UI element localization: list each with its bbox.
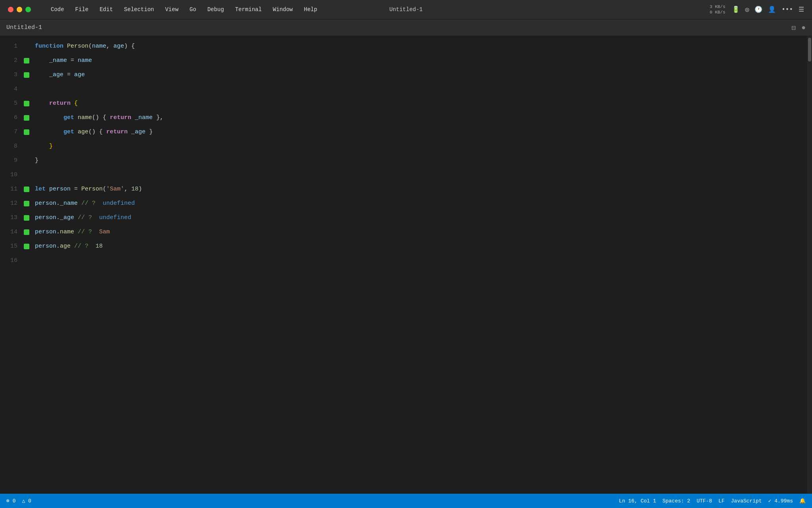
line-number-13: 13 [0,211,24,225]
menu-terminal[interactable]: Terminal [234,6,263,13]
code-line-10: 10 [0,168,807,182]
scrollbar-thumb[interactable] [808,38,811,62]
statusbar-left: ⊗ 0 △ 0 [6,498,31,504]
code-content-5: return { [33,96,807,111]
titlebar-right: 3 KB/s 0 KB/s 🔋 ◎ 🕐 👤 ••• ☰ [710,4,804,15]
menu-code[interactable]: Code [49,6,66,13]
gutter-2 [24,58,33,64]
menu-window[interactable]: Window [271,6,294,13]
line-number-10: 10 [0,168,24,182]
timing[interactable]: ✓ 4.99ms [768,498,793,504]
code-content-9: } [33,154,807,168]
clock-icon: 🕐 [755,6,762,13]
code-content-7: get age() { return _age } [33,125,807,139]
titlebar-icons: 🔋 ◎ 🕐 👤 ••• ☰ [732,6,804,13]
code-line-8: 8 } [0,139,807,154]
tabbar: Untitled-1 ⊟ ● [0,19,812,36]
statusbar-right: Ln 16, Col 1 Spaces: 2 UTF-8 LF JavaScri… [619,498,806,504]
menu-selection[interactable]: Selection [123,6,156,13]
code-content-8: } [33,139,807,154]
line-number-3: 3 [0,68,24,82]
line-number-8: 8 [0,139,24,154]
warning-count[interactable]: △ 0 [22,498,31,504]
eol[interactable]: LF [718,498,725,504]
wifi-icon: ◎ [745,6,749,13]
code-content-14: person.name // ? Sam [33,225,807,239]
menu-file[interactable]: File [74,6,90,13]
split-editor-icon[interactable]: ⊟ [791,23,796,32]
code-content-11: let person = Person('Sam', 18) [33,182,807,196]
code-line-2: 2 _name = name [0,54,807,68]
language-mode[interactable]: JavaScript [731,498,762,504]
code-line-4: 4 [0,82,807,96]
gutter-11 [24,187,33,192]
minimize-button[interactable] [17,7,22,12]
line-number-12: 12 [0,196,24,211]
line-number-7: 7 [0,125,24,139]
line-number-6: 6 [0,111,24,125]
tabbar-actions: ⊟ ● [791,23,806,32]
editor-content[interactable]: 1 function Person(name, age) { 2 _name =… [0,36,807,494]
code-content-1: function Person(name, age) { [33,39,807,54]
more-actions-icon[interactable]: ● [801,24,806,32]
maximize-button[interactable] [25,7,31,12]
apple-menu[interactable] [35,9,38,10]
tab-title[interactable]: Untitled-1 [6,24,42,31]
line-number-4: 4 [0,82,24,96]
gutter-5 [24,101,33,106]
editor: 1 function Person(name, age) { 2 _name =… [0,36,812,494]
titlebar-left: Code File Edit Selection View Go Debug T… [8,6,319,13]
gutter-14 [24,229,33,235]
gutter-12 [24,201,33,206]
gutter-3 [24,72,33,78]
traffic-lights [8,7,31,12]
code-line-13: 13 person._age // ? undefined [0,211,807,225]
line-number-9: 9 [0,154,24,168]
menu-go[interactable]: Go [188,6,198,13]
battery-icon: 🔋 [732,6,740,13]
code-line-11: 11 let person = Person('Sam', 18) [0,182,807,196]
code-line-6: 6 get name() { return _name }, [0,111,807,125]
code-line-12: 12 person._name // ? undefined [0,196,807,211]
cursor-position[interactable]: Ln 16, Col 1 [619,498,656,504]
code-line-1: 1 function Person(name, age) { [0,39,807,54]
code-line-3: 3 _age = age [0,68,807,82]
code-content-13: person._age // ? undefined [33,211,807,225]
menu-edit[interactable]: Edit [98,6,115,13]
code-line-15: 15 person.age // ? 18 [0,239,807,254]
menu-help[interactable]: Help [303,6,319,13]
titlebar: Code File Edit Selection View Go Debug T… [0,0,812,19]
line-number-16: 16 [0,254,24,268]
menu-debug[interactable]: Debug [206,6,226,13]
window-title: Untitled-1 [389,6,423,13]
encoding[interactable]: UTF-8 [697,498,712,504]
menu-view[interactable]: View [163,6,180,13]
network-down: 0 KB/s [710,10,726,15]
network-up: 3 KB/s [710,4,726,10]
network-stats: 3 KB/s 0 KB/s [710,4,726,15]
code-content-6: get name() { return _name }, [33,111,807,125]
scrollbar[interactable] [807,36,812,494]
code-line-5: 5 return { [0,96,807,111]
code-content-12: person._name // ? undefined [33,196,807,211]
gutter-13 [24,215,33,221]
more-icon[interactable]: ••• [781,6,793,13]
notifications-icon[interactable]: 🔔 [799,498,806,504]
indentation[interactable]: Spaces: 2 [663,498,690,504]
code-content-2: _name = name [33,54,807,68]
close-button[interactable] [8,7,13,12]
code-line-7: 7 get age() { return _age } [0,125,807,139]
line-number-15: 15 [0,239,24,254]
menu-bar: Code File Edit Selection View Go Debug T… [35,6,319,13]
line-number-2: 2 [0,54,24,68]
user-icon: 👤 [768,6,776,13]
line-number-1: 1 [0,39,24,54]
code-content-3: _age = age [33,68,807,82]
statusbar: ⊗ 0 △ 0 Ln 16, Col 1 Spaces: 2 UTF-8 LF … [0,494,812,508]
code-line-14: 14 person.name // ? Sam [0,225,807,239]
line-number-11: 11 [0,182,24,196]
error-count[interactable]: ⊗ 0 [6,498,15,504]
code-line-9: 9 } [0,154,807,168]
list-icon[interactable]: ☰ [799,6,804,13]
code-line-16: 16 [0,254,807,268]
